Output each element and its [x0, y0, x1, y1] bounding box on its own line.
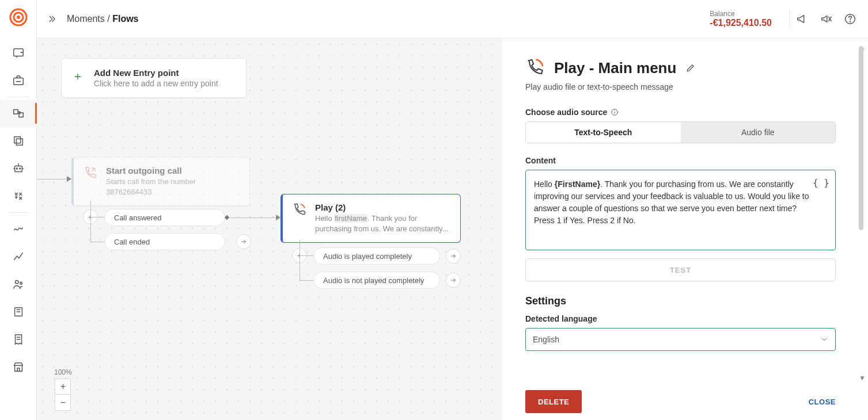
svg-point-4: [21, 52, 21, 53]
settings-heading: Settings: [525, 295, 836, 307]
language-select[interactable]: English: [525, 328, 836, 351]
nav-divider: [8, 97, 29, 97]
outgoing-call-icon: [83, 166, 98, 197]
branch-call-answered[interactable]: Call answered: [104, 209, 225, 226]
svg-point-2: [17, 16, 20, 19]
briefcase-icon: [12, 74, 25, 87]
arrow-right-icon: [240, 238, 247, 245]
flow-canvas[interactable]: ＋ Add New Entry point Click here to add …: [37, 39, 501, 420]
test-button[interactable]: TEST: [525, 258, 836, 281]
insert-variable-button[interactable]: { }: [813, 176, 829, 190]
nav-item-flows[interactable]: [0, 100, 37, 127]
branch-call-ended[interactable]: Call ended: [104, 233, 225, 250]
arrow-right-icon: [450, 253, 457, 259]
activity-icon: [12, 223, 25, 235]
voice-call-icon: [525, 58, 545, 78]
zoom-out-button[interactable]: −: [55, 395, 71, 411]
svg-point-14: [15, 281, 18, 284]
audio-source-label: Choose audio source: [525, 108, 836, 117]
collapse-icon[interactable]: [48, 14, 59, 24]
seg-audio-file[interactable]: Audio file: [681, 122, 836, 143]
scroll-down-icon[interactable]: ▼: [859, 374, 866, 382]
svg-rect-10: [16, 139, 22, 145]
voice-call-icon: [292, 203, 307, 234]
svg-rect-9: [14, 137, 20, 143]
announcement-icon[interactable]: [795, 13, 808, 25]
app-logo-icon[interactable]: [8, 7, 29, 28]
chart-line-icon: [12, 250, 25, 263]
svg-point-13: [19, 168, 20, 169]
add-entry-card[interactable]: ＋ Add New Entry point Click here to add …: [61, 58, 247, 98]
branch-audio-incomplete[interactable]: Audio is not played completely: [313, 272, 440, 289]
balance-value: -€1,925,410.50: [710, 18, 772, 28]
audio-source-segment: Text-to-Speech Audio file: [525, 121, 836, 143]
svg-point-12: [16, 168, 17, 169]
content-label: Content: [525, 156, 836, 165]
entry-sub: Click here to add a new entry point: [94, 79, 218, 88]
nav-item-analytics[interactable]: [0, 243, 37, 270]
panel-title: Play - Main menu: [554, 59, 676, 77]
breadcrumb-root[interactable]: Moments: [67, 14, 105, 24]
entry-title: Add New Entry point: [94, 68, 218, 78]
content-editor[interactable]: Hello {FirstName}. Thank you for purchas…: [525, 170, 836, 250]
zoom-tools: 100% + −: [54, 368, 72, 411]
svg-point-15: [20, 282, 22, 284]
copy-icon: [12, 135, 25, 147]
start-title: Start outgoing call: [106, 166, 240, 175]
receipt-icon: [12, 333, 25, 346]
nav-item-bot[interactable]: [0, 155, 37, 182]
zoom-level: 100%: [54, 368, 72, 376]
seg-tts[interactable]: Text-to-Speech: [526, 122, 681, 143]
detected-language-label: Detected language: [525, 314, 836, 323]
people-icon: [12, 278, 25, 291]
nav-rail: 99+: [0, 0, 37, 420]
start-call-node[interactable]: Start outgoing call Starts call from the…: [71, 157, 250, 206]
nav-item-people[interactable]: [0, 270, 37, 298]
svg-point-5: [21, 52, 22, 53]
message-icon: [12, 47, 25, 59]
play-title: Play (2): [315, 203, 451, 212]
balance-label: Balance: [710, 10, 772, 18]
arrow-right-icon: [450, 277, 457, 284]
breadcrumb-current: Flows: [112, 14, 138, 24]
store-icon: [12, 361, 25, 373]
scrollbar[interactable]: [859, 46, 863, 230]
book-icon: [12, 306, 25, 318]
info-icon[interactable]: [611, 108, 619, 116]
inspector-panel: Play - Main menu Play audio file or text…: [502, 39, 859, 420]
close-button[interactable]: CLOSE: [809, 398, 836, 406]
mute-icon[interactable]: [820, 13, 832, 25]
robot-icon: [12, 162, 25, 175]
play-node[interactable]: Play (2) Hello firstName. Thank you for …: [281, 194, 461, 243]
help-icon[interactable]: [844, 13, 856, 25]
edit-icon[interactable]: [685, 63, 696, 73]
chevron-down-icon: [820, 335, 828, 343]
branch-continue-button[interactable]: [446, 273, 461, 288]
nav-item-book[interactable]: [0, 298, 37, 326]
nav-item-store[interactable]: [0, 353, 37, 381]
nav-item-messages[interactable]: [0, 39, 37, 67]
nav-item-templates[interactable]: [0, 127, 37, 155]
nav-item-keypad[interactable]: [0, 182, 37, 210]
branch-audio-complete[interactable]: Audio is played completely: [313, 247, 440, 265]
branch-continue-button[interactable]: [236, 234, 251, 249]
branch-continue-button[interactable]: [446, 249, 461, 264]
panel-subtitle: Play audio file or text-to-speech messag…: [525, 82, 836, 91]
start-sub: Starts call from the number 38762664433: [106, 177, 240, 197]
plus-icon: ＋: [72, 70, 84, 82]
keypad-icon: [12, 190, 25, 203]
nav-divider: [8, 212, 29, 213]
nav-item-activity[interactable]: [0, 215, 37, 243]
balance-block: Balance -€1,925,410.50: [710, 10, 772, 28]
header: Moments / Flows Balance -€1,925,410.50: [37, 0, 868, 39]
nav-item-briefcase[interactable]: [0, 67, 37, 94]
svg-point-19: [850, 21, 850, 22]
header-divider: [789, 9, 790, 29]
zoom-in-button[interactable]: +: [55, 379, 71, 395]
nav-item-receipt[interactable]: [0, 326, 37, 353]
variable-tag: {FirstName}: [555, 180, 600, 189]
svg-rect-7: [13, 110, 17, 114]
delete-button[interactable]: DELETE: [525, 390, 582, 413]
play-sub: Hello firstName. Thank you for purchasin…: [315, 213, 451, 234]
breadcrumb: Moments / Flows: [48, 14, 139, 24]
